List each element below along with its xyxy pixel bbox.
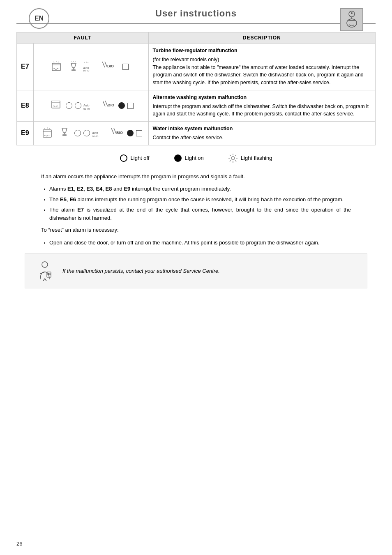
logo [340, 8, 363, 31]
svg-line-14 [88, 62, 88, 63]
icon-circle-e9-2 [83, 130, 90, 136]
icon-square-e8 [127, 103, 134, 109]
icon-circle-filled-e8 [118, 102, 125, 109]
svg-line-54 [45, 279, 46, 281]
fault-icons-e7: Auto 60-70 BIO [33, 44, 148, 90]
svg-text:60-70: 60-70 [83, 108, 90, 110]
svg-text:BIO: BIO [107, 64, 114, 68]
svg-text:Auto: Auto [83, 67, 89, 69]
icon-glass-flashing [66, 61, 81, 72]
reset-label-text: To “reset” an alarm is necessary: [41, 226, 351, 235]
svg-line-29 [49, 128, 50, 129]
svg-line-25 [103, 101, 105, 106]
icon-wash-flashing [49, 61, 64, 72]
svg-point-47 [42, 262, 48, 267]
svg-line-45 [235, 154, 236, 156]
icon-circle-e9-1 [74, 130, 81, 136]
svg-line-52 [47, 273, 49, 274]
legend-light-off-label: Light off [131, 155, 150, 161]
svg-line-46 [230, 160, 231, 161]
page-title: User instructions [155, 8, 237, 19]
icon-glass-e9 [57, 128, 72, 138]
header-divider [16, 23, 376, 24]
svg-text:60-70: 60-70 [92, 135, 99, 138]
legend-light-flashing: Light flashing [228, 154, 272, 163]
language-label: EN [35, 15, 44, 22]
desc-e7: Turbine flow-regulator malfunction (for … [148, 44, 375, 90]
svg-text:BIO: BIO [116, 131, 123, 135]
svg-line-18 [102, 62, 105, 67]
svg-line-6 [58, 62, 59, 63]
icon-temp-e7: Auto 60-70 [83, 62, 98, 71]
icon-circle-filled-e9 [127, 130, 134, 136]
icon-wash-flashing-e9 [40, 127, 55, 139]
technician-icon [342, 10, 362, 30]
svg-text:BIO: BIO [108, 103, 114, 107]
fault-icons-e9: Auto 60-70 BIO [33, 122, 148, 145]
list-item: Open and close the door, or turn off and… [49, 239, 351, 247]
svg-point-4 [351, 12, 353, 14]
svg-text:Auto: Auto [83, 104, 90, 107]
list-item: The E5, E6 alarms interrupts the running… [49, 196, 351, 204]
svg-line-35 [111, 128, 114, 134]
svg-line-7 [53, 62, 54, 63]
svg-line-43 [230, 154, 231, 156]
legend-light-flashing-label: Light flashing [241, 155, 272, 161]
legend-circle-filled-icon [174, 154, 182, 162]
svg-line-44 [235, 160, 236, 161]
icon-bio-e8: BIO [101, 101, 116, 111]
icon-temp-e8: Auto 60-70 [84, 101, 99, 111]
icon-bio-e9: BIO [110, 128, 125, 138]
bullet-list: Alarms E1, E2, E3, E4, E8 and E9 interru… [49, 185, 351, 222]
icon-temp-e9: Auto 60-70 [92, 128, 107, 138]
svg-text:Auto: Auto [92, 131, 98, 134]
fault-icons-e8: Auto 60-70 BIO [33, 90, 148, 121]
icon-circle-e8-1 [66, 102, 72, 109]
desc-e9: Water intake system malfunction Contact … [148, 122, 375, 145]
table-row: E9 [17, 122, 376, 145]
icon-circle-e8-2 [75, 102, 81, 109]
svg-line-12 [71, 62, 72, 63]
list-item: Alarms E1, E2, E3, E4, E8 and E9 interru… [49, 185, 351, 193]
legend-light-on: Light on [174, 154, 204, 162]
table-row: E7 [17, 44, 376, 90]
legend-row: Light off Light on Light flashing [16, 154, 376, 163]
reset-bullet-list: Open and close the door, or turn off and… [49, 239, 351, 247]
table-row: E8 [17, 90, 376, 121]
svg-line-51 [40, 272, 45, 274]
svg-line-30 [44, 128, 45, 129]
fault-code-e7: E7 [17, 44, 34, 90]
legend-flash-icon [228, 154, 238, 163]
col-fault-header: FAULT [17, 32, 149, 44]
language-badge: EN [29, 8, 49, 29]
warning-text: If the malfunction persists, contact you… [62, 268, 220, 274]
list-item: The alarm E7 is visualized at the end of… [49, 206, 351, 222]
svg-line-53 [43, 279, 45, 281]
fault-code-e8: E8 [17, 90, 34, 121]
legend-light-on-label: Light on [185, 155, 204, 161]
page-number: 26 [16, 541, 22, 547]
fault-code-e9: E9 [17, 122, 34, 145]
icon-square-e9 [136, 130, 142, 136]
page-container: EN User instructions FAULT DESCRIPTION [0, 0, 392, 555]
service-center-icon [35, 260, 55, 281]
desc-e8: Alternate washing system malfunction Int… [148, 90, 375, 121]
svg-line-15 [84, 62, 85, 63]
svg-line-11 [75, 62, 76, 63]
warning-box: If the malfunction persists, contact you… [25, 253, 367, 288]
header: EN User instructions [16, 8, 376, 19]
legend-circle-empty-icon [120, 154, 127, 162]
icon-wash-e8 [48, 101, 63, 111]
svg-text:60-70: 60-70 [83, 69, 90, 71]
body-intro-text: If an alarm occurs the appliance interru… [41, 173, 351, 181]
col-desc-header: DESCRIPTION [148, 32, 375, 44]
legend-light-off: Light off [120, 154, 150, 162]
warning-person-icon [33, 260, 56, 282]
icon-square-e7 [118, 64, 133, 70]
fault-table: FAULT DESCRIPTION E7 [16, 32, 376, 145]
svg-point-38 [231, 157, 235, 160]
icon-bio-e7: BIO [101, 62, 115, 71]
